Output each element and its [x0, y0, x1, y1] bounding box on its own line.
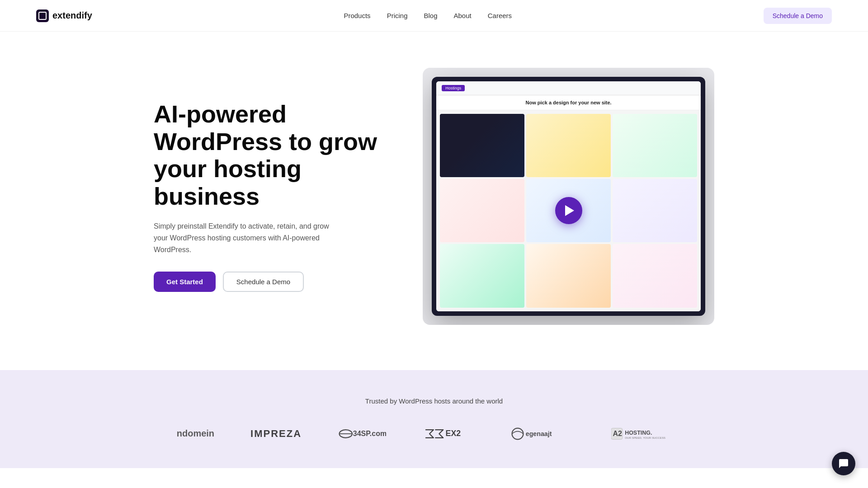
logo-a2hosting: A2 HOSTING. OUR SPEED, YOUR SUCCESS	[611, 427, 692, 441]
nav-blog[interactable]: Blog	[424, 12, 437, 19]
logo-egenaajt-svg: egenaajt	[510, 427, 575, 441]
logo-ndomein: ndomein	[177, 428, 214, 439]
logo-text: extendify	[52, 10, 92, 21]
svg-text:EX2: EX2	[445, 429, 461, 438]
get-started-button[interactable]: Get Started	[154, 272, 216, 292]
logo-ex2-svg: EX2	[422, 427, 475, 441]
theme-thumb-2	[526, 114, 611, 177]
chat-icon	[838, 458, 849, 468]
logo-link[interactable]: extendify	[36, 9, 92, 22]
hero-headline: AI-powered WordPress to grow your hostin…	[154, 100, 389, 210]
svg-text:34SP.com: 34SP.com	[353, 430, 386, 437]
logo-impreza: IMPREZA	[250, 428, 302, 440]
theme-thumb-7	[440, 244, 524, 307]
logo-icon	[36, 9, 49, 22]
play-button[interactable]	[555, 197, 582, 224]
tablet-screen: Hostings Now pick a design for your new …	[436, 81, 701, 311]
hero-schedule-demo-button[interactable]: Schedule a Demo	[223, 272, 304, 292]
svg-text:egenaajt: egenaajt	[526, 430, 552, 437]
nav-schedule-demo-button[interactable]: Schedule a Demo	[764, 8, 832, 24]
logo-34sp-svg: 34SP.com	[338, 427, 386, 441]
nav-products[interactable]: Products	[344, 12, 370, 19]
nav-about[interactable]: About	[454, 12, 472, 19]
tablet-header: Hostings	[436, 81, 701, 95]
svg-text:A2: A2	[613, 430, 622, 437]
theme-thumb-4	[440, 179, 524, 242]
hero-section: AI-powered WordPress to grow your hostin…	[0, 32, 868, 370]
nav-careers[interactable]: Careers	[488, 12, 512, 19]
hero-visual: Hostings Now pick a design for your new …	[423, 68, 714, 325]
logo-ex2: EX2	[422, 427, 475, 441]
logo-a2hosting-svg: A2 HOSTING. OUR SPEED, YOUR SUCCESS	[611, 427, 692, 441]
theme-thumb-3	[613, 114, 697, 177]
theme-thumb-9	[613, 244, 697, 307]
logo-ndomein-label: ndomein	[177, 428, 214, 439]
logo-egenaajt: egenaajt	[510, 427, 575, 441]
theme-thumb-8	[526, 244, 611, 307]
logo-impreza-label: IMPREZA	[250, 428, 302, 440]
theme-thumb-1	[440, 114, 524, 177]
svg-text:HOSTING.: HOSTING.	[625, 429, 652, 436]
hero-text: AI-powered WordPress to grow your hostin…	[154, 100, 389, 292]
screen-title: Now pick a design for your new site.	[436, 95, 701, 110]
navbar: extendify Products Pricing Blog About Ca…	[0, 0, 868, 32]
video-container: Hostings Now pick a design for your new …	[423, 68, 714, 325]
hero-buttons: Get Started Schedule a Demo	[154, 272, 389, 292]
theme-thumb-6	[613, 179, 697, 242]
tablet-frame: Hostings Now pick a design for your new …	[432, 77, 705, 316]
hero-subtext: Simply preinstall Extendify to activate,…	[154, 221, 344, 255]
tab-indicator: Hostings	[442, 85, 465, 91]
logos-grid: ndomein IMPREZA 34SP.com EX2 egenaajt	[36, 427, 832, 441]
svg-text:OUR SPEED, YOUR SUCCESS: OUR SPEED, YOUR SUCCESS	[625, 436, 665, 439]
logo-34sp: 34SP.com	[338, 427, 386, 441]
trusted-section: Trusted by WordPress hosts around the wo…	[0, 370, 868, 468]
nav-links: Products Pricing Blog About Careers	[344, 12, 512, 20]
trusted-title: Trusted by WordPress hosts around the wo…	[36, 397, 832, 405]
svg-point-4	[512, 428, 524, 439]
nav-pricing[interactable]: Pricing	[387, 12, 408, 19]
